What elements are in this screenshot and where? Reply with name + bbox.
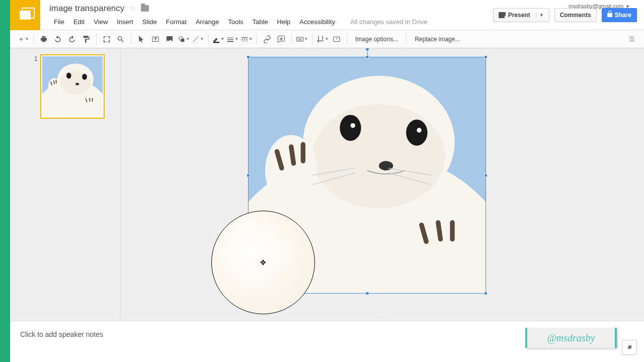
present-label: Present — [508, 12, 530, 19]
explore-button[interactable] — [622, 340, 637, 355]
present-button[interactable]: Present ▼ — [493, 8, 549, 22]
folder-icon[interactable] — [141, 5, 149, 12]
slide-number: 1 — [34, 55, 38, 62]
menu-format[interactable]: Format — [162, 15, 191, 30]
replace-image-button[interactable]: Replace image... — [410, 33, 465, 46]
menu-arrange[interactable]: Arrange — [191, 15, 223, 30]
redo-icon[interactable] — [65, 33, 79, 46]
watermark-badge: @msdrasby — [525, 328, 617, 348]
image-icon[interactable] — [163, 33, 177, 46]
menu-file[interactable]: File — [49, 15, 69, 30]
chevron-down-icon[interactable]: ▼ — [536, 13, 547, 18]
resize-handle-s[interactable] — [365, 292, 369, 295]
save-status: All changes saved in Drive — [346, 15, 432, 30]
paint-format-icon[interactable] — [79, 33, 93, 46]
keyboard-icon[interactable]: ▼ — [295, 33, 309, 46]
resize-handle-nw[interactable] — [247, 55, 250, 59]
svg-point-12 — [82, 95, 97, 112]
zoom-icon[interactable] — [114, 33, 128, 46]
speaker-notes-placeholder[interactable]: Click to add speaker notes — [20, 330, 103, 338]
document-title[interactable]: image transparency — [49, 4, 124, 14]
zoom-fit-icon[interactable] — [100, 33, 114, 46]
resize-handle-ne[interactable] — [484, 55, 488, 59]
link-icon[interactable] — [260, 33, 274, 46]
lock-icon — [607, 13, 612, 17]
svg-rect-3 — [296, 37, 303, 41]
crop-icon[interactable]: ▼ — [315, 33, 330, 46]
svg-point-16 — [312, 104, 445, 208]
image-options-button[interactable]: Image options... — [350, 33, 403, 46]
play-icon — [499, 12, 506, 18]
chevron-down-icon: ▼ — [625, 4, 630, 9]
undo-icon[interactable] — [51, 33, 65, 46]
slide-thumbnail-1[interactable] — [40, 54, 105, 119]
menu-slide[interactable]: Slide — [138, 15, 162, 30]
move-cursor-icon: ✥ — [260, 258, 266, 266]
select-tool-icon[interactable] — [134, 33, 148, 46]
resize-handle-w[interactable] — [247, 173, 250, 177]
menu-edit[interactable]: Edit — [69, 15, 89, 30]
rotation-handle[interactable] — [365, 48, 369, 51]
svg-point-8 — [66, 72, 71, 78]
menu-help[interactable]: Help — [273, 15, 295, 30]
magnifier-overlay: ✥ — [211, 211, 315, 314]
share-button[interactable]: Share — [602, 8, 637, 22]
border-dash-icon[interactable]: ▼ — [239, 33, 254, 46]
svg-point-18 — [406, 120, 427, 146]
svg-rect-2 — [213, 42, 219, 43]
account-email[interactable]: msdrasby@gmail.com▼ — [569, 3, 630, 9]
collapse-toolbar-icon[interactable]: ☰ — [629, 35, 635, 43]
border-color-icon[interactable]: ▼ — [211, 33, 225, 46]
resize-handle-se[interactable] — [484, 292, 488, 295]
svg-point-17 — [340, 115, 361, 141]
svg-point-21 — [379, 161, 393, 170]
line-icon[interactable]: ▼ — [191, 33, 205, 46]
svg-point-19 — [351, 123, 355, 128]
share-label: Share — [615, 12, 631, 19]
menu-accessibility[interactable]: Accessibility — [295, 15, 340, 30]
comments-button[interactable]: Comments — [554, 8, 597, 22]
menu-table[interactable]: Table — [248, 15, 273, 30]
svg-rect-1 — [181, 38, 184, 42]
comment-icon[interactable] — [274, 33, 288, 46]
notes-resize-grip[interactable]: ··· — [379, 314, 386, 320]
textbox-icon[interactable] — [148, 33, 163, 46]
svg-point-11 — [48, 78, 60, 95]
app-logo[interactable] — [10, 0, 40, 30]
menu-tools[interactable]: Tools — [223, 15, 248, 30]
svg-point-9 — [82, 74, 87, 80]
resize-handle-e[interactable] — [484, 173, 488, 177]
menu-view[interactable]: View — [89, 15, 112, 30]
slide-canvas[interactable]: ✥ ··· — [121, 48, 644, 321]
new-slide-button[interactable]: ＋▼ — [16, 33, 30, 46]
star-icon[interactable]: ☆ — [129, 4, 136, 13]
print-icon[interactable] — [37, 33, 51, 46]
reset-image-icon[interactable] — [330, 33, 344, 46]
menu-insert[interactable]: Insert — [112, 15, 138, 30]
svg-point-7 — [60, 71, 91, 95]
shape-icon[interactable]: ▼ — [177, 33, 191, 46]
svg-point-20 — [417, 128, 421, 132]
resize-handle-n[interactable] — [365, 55, 369, 59]
border-weight-icon[interactable]: ▼ — [225, 33, 239, 46]
svg-point-10 — [75, 83, 79, 85]
